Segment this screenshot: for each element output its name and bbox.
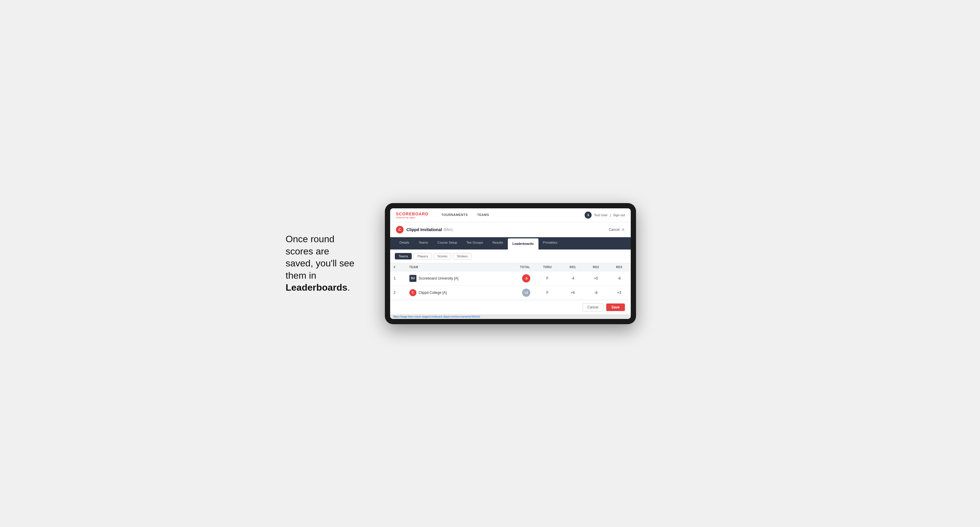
cell-rd3: +3 xyxy=(608,286,631,300)
tablet-screen: SCOREBOARD Powered by clippd TOURNAMENTS… xyxy=(390,208,631,319)
url-bar: https://stage-blue-coach.stagesCoreboard… xyxy=(390,314,631,319)
filter-players[interactable]: Players xyxy=(414,253,432,259)
team-logo: C xyxy=(409,289,417,296)
col-rd2: RD2 xyxy=(584,263,608,271)
cell-rd2: -8 xyxy=(584,286,608,300)
desc-line3: saved, you'll see xyxy=(286,258,355,268)
user-avatar: S xyxy=(585,211,592,219)
desc-line1: Once round xyxy=(286,234,334,244)
col-total: TOTAL xyxy=(504,263,534,271)
cell-rank: 2 xyxy=(390,286,406,300)
tournament-subtitle: (Men) xyxy=(444,228,453,232)
tab-tee-groups[interactable]: Tee Groups xyxy=(462,237,488,249)
filter-teams[interactable]: Teams xyxy=(395,253,412,259)
tab-details[interactable]: Details xyxy=(395,237,414,249)
tab-printables[interactable]: Printables xyxy=(538,237,562,249)
cell-rd2: +5 xyxy=(584,271,608,286)
team-name: Scoreboard University [A] xyxy=(419,276,458,281)
filter-scores[interactable]: Scores xyxy=(434,253,451,259)
tournament-header: C Clippd Invitational (Men) Cancel ✕ xyxy=(390,222,631,237)
col-team: TEAM xyxy=(406,263,504,271)
brand-sub: Powered by clippd xyxy=(396,216,428,219)
team-logo: SU xyxy=(409,275,417,282)
tab-teams[interactable]: Teams xyxy=(414,237,433,249)
col-rd1: RD1 xyxy=(561,263,584,271)
tab-results[interactable]: Results xyxy=(488,237,508,249)
cancel-header-button[interactable]: Cancel ✕ xyxy=(609,227,625,232)
tournament-logo: C xyxy=(396,226,404,233)
page-wrapper: Once round scores are saved, you'll see … xyxy=(286,203,694,324)
filter-bar: Teams Players Scores Strokes xyxy=(390,249,631,263)
cell-rd3: -6 xyxy=(608,271,631,286)
tablet-frame: SCOREBOARD Powered by clippd TOURNAMENTS… xyxy=(385,203,636,324)
filter-strokes[interactable]: Strokes xyxy=(453,253,471,259)
cancel-button[interactable]: Cancel xyxy=(582,303,603,311)
cell-thru: F xyxy=(534,286,561,300)
desc-line4: them in xyxy=(286,270,316,281)
table-row: 2 C Clippd College [A] +3 F +8 -8 +3 xyxy=(390,286,631,300)
brand: SCOREBOARD Powered by clippd xyxy=(396,211,428,219)
tournament-title: Clippd Invitational xyxy=(406,227,442,232)
cell-team: C Clippd College [A] xyxy=(406,286,504,300)
tab-leaderboards[interactable]: Leaderboards xyxy=(508,238,538,249)
score-badge: -5 xyxy=(522,274,530,283)
tab-bar: Details Teams Course Setup Tee Groups Re… xyxy=(390,237,631,249)
user-name: Test User xyxy=(594,213,608,217)
cell-team: SU Scoreboard University [A] xyxy=(406,271,504,286)
brand-title: SCOREBOARD xyxy=(396,211,428,216)
bottom-bar: Cancel Save xyxy=(390,300,631,314)
table-header-row: # TEAM TOTAL THRU RD1 RD2 RD3 xyxy=(390,263,631,271)
cell-rd1: -4 xyxy=(561,271,584,286)
cell-rank: 1 xyxy=(390,271,406,286)
team-name: Clippd College [A] xyxy=(419,290,447,295)
nav-right: S Test User | Sign out xyxy=(585,211,625,219)
cell-total: -5 xyxy=(504,271,534,286)
top-nav: SCOREBOARD Powered by clippd TOURNAMENTS… xyxy=(390,208,631,222)
sign-out-link[interactable]: Sign out xyxy=(613,213,625,217)
left-description: Once round scores are saved, you'll see … xyxy=(286,233,368,294)
close-icon: ✕ xyxy=(621,227,625,232)
content-area: # TEAM TOTAL THRU RD1 RD2 RD3 1 SU xyxy=(390,263,631,300)
col-rd3: RD3 xyxy=(608,263,631,271)
cell-total: +3 xyxy=(504,286,534,300)
table-row: 1 SU Scoreboard University [A] -5 F -4 +… xyxy=(390,271,631,286)
cell-thru: F xyxy=(534,271,561,286)
leaderboard-table: # TEAM TOTAL THRU RD1 RD2 RD3 1 SU xyxy=(390,263,631,300)
col-rank: # xyxy=(390,263,406,271)
nav-separator: | xyxy=(610,213,611,217)
desc-line2: scores are xyxy=(286,246,329,257)
nav-tournaments[interactable]: TOURNAMENTS xyxy=(437,209,472,221)
cell-rd1: +8 xyxy=(561,286,584,300)
nav-teams[interactable]: TEAMS xyxy=(473,209,493,221)
tab-course-setup[interactable]: Course Setup xyxy=(433,237,462,249)
col-thru: THRU xyxy=(534,263,561,271)
save-button[interactable]: Save xyxy=(606,303,625,311)
nav-links: TOURNAMENTS TEAMS xyxy=(437,209,585,221)
desc-leaderboards: Leaderboards xyxy=(286,282,347,293)
score-badge: +3 xyxy=(522,289,530,297)
